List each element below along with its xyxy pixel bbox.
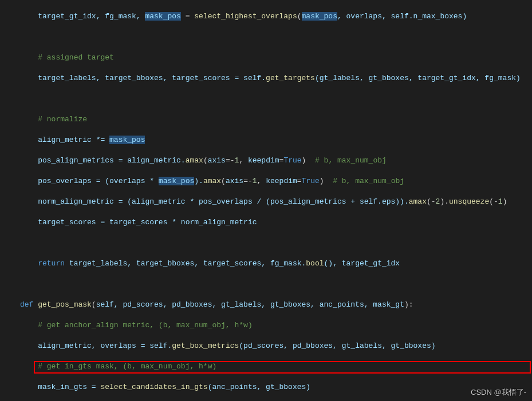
code-line[interactable]: align_metric, overlaps = self.get_box_me…	[20, 341, 532, 351]
highlighted-token: mask_pos	[302, 12, 337, 21]
code-line[interactable]	[20, 279, 532, 289]
code-line[interactable]: mask_in_gts = select_candidates_in_gts(a…	[20, 382, 532, 392]
code-line[interactable]: pos_align_metrics = align_metric.amax(ax…	[20, 156, 532, 166]
code-line[interactable]: norm_align_metric = (align_metric * pos_…	[20, 197, 532, 207]
code-line[interactable]: pos_overlaps = (overlaps * mask_pos).ama…	[20, 176, 532, 186]
code-line[interactable]	[20, 94, 532, 104]
code-editor[interactable]: target_gt_idx, fg_mask, mask_pos = selec…	[0, 0, 532, 401]
code-line[interactable]: target_labels, target_bboxes, target_sco…	[20, 73, 532, 84]
highlighted-token: mask_pos	[159, 177, 194, 185]
code-line[interactable]: # assigned target	[20, 53, 532, 63]
code-line[interactable]: # get in_gts mask, (b, max_num_obj, h*w)	[20, 362, 532, 372]
code-line[interactable]: # normalize	[20, 114, 532, 125]
code-line[interactable]	[20, 32, 532, 42]
code-line[interactable]: return target_labels, target_bboxes, tar…	[20, 259, 532, 269]
highlighted-token: mask_pos	[145, 12, 180, 21]
highlighted-token: mask_pos	[109, 136, 145, 144]
code-line[interactable]: # get anchor_align metric, (b, max_num_o…	[20, 320, 532, 331]
code-line[interactable]	[20, 238, 532, 248]
code-line[interactable]: align_metric *= mask_pos	[20, 135, 532, 145]
code-line[interactable]: target_scores = target_scores * norm_ali…	[20, 217, 532, 228]
watermark: CSDN @我悟了-	[471, 387, 526, 398]
code-line[interactable]: target_gt_idx, fg_mask, mask_pos = selec…	[20, 11, 532, 22]
code-line[interactable]: def get_pos_mask(self, pd_scores, pd_bbo…	[20, 300, 532, 310]
